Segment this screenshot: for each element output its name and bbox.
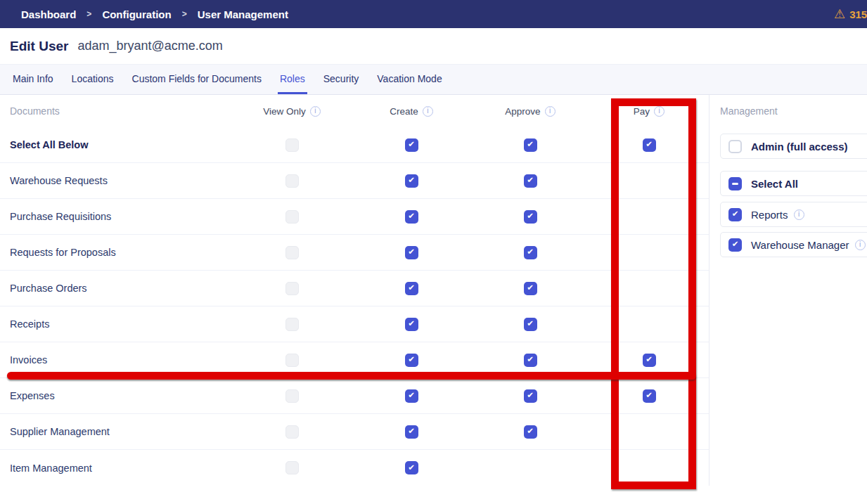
row-label: Item Management (0, 463, 232, 474)
check-icon: ✔ (408, 141, 415, 149)
management-item-reports[interactable]: ✔Reportsi (720, 202, 867, 227)
tab-roles[interactable]: Roles (278, 65, 307, 94)
info-icon[interactable]: i (423, 106, 433, 117)
management-checkbox-checked[interactable]: ✔ (728, 238, 742, 252)
check-icon: ✔ (527, 356, 534, 364)
check-icon: ✔ (408, 356, 415, 364)
breadcrumb-item-configuration[interactable]: Configuration (102, 8, 171, 20)
tab-custom-fields-for-documents[interactable]: Custom Fields for Documents (130, 65, 264, 94)
management-item-label: Reportsi (751, 209, 804, 221)
warning-triangle-icon: ⚠ (834, 8, 845, 20)
info-icon[interactable]: i (794, 209, 804, 220)
table-row-item-management: Item Management✔ (0, 450, 709, 486)
create-checkbox-checked[interactable]: ✔ (405, 174, 418, 188)
view-only-checkbox-unchecked[interactable] (285, 425, 299, 439)
check-icon: ✔ (527, 392, 534, 400)
column-header-label: Approve (505, 106, 540, 117)
permission-cell: ✔ (405, 138, 418, 152)
permission-cell: ✔ (524, 389, 537, 403)
approve-checkbox-checked[interactable]: ✔ (524, 138, 537, 152)
info-icon[interactable]: i (310, 106, 321, 117)
permission-cell: ✔ (405, 354, 418, 367)
permission-cell: ✔ (405, 389, 418, 403)
view-only-checkbox-unchecked[interactable] (285, 282, 299, 295)
table-row-purchase-requisitions: Purchase Requisitions✔✔ (0, 199, 709, 235)
view-only-checkbox-unchecked[interactable] (285, 389, 299, 403)
management-item-admin-full-access-[interactable]: Admin (full access) (720, 134, 867, 159)
create-checkbox-checked[interactable]: ✔ (405, 389, 418, 403)
create-checkbox-checked[interactable]: ✔ (405, 354, 418, 367)
permission-cell: ✔ (405, 174, 418, 188)
approve-checkbox-checked[interactable]: ✔ (524, 174, 537, 188)
management-item-warehouse-manager[interactable]: ✔Warehouse Manageri (720, 232, 867, 257)
tab-main-info[interactable]: Main Info (11, 65, 56, 94)
check-icon: ✔ (527, 427, 534, 436)
create-checkbox-checked[interactable]: ✔ (405, 246, 418, 259)
management-item-select-all[interactable]: Select All (720, 171, 867, 196)
check-icon: ✔ (408, 248, 415, 257)
row-label: Requests for Proposals (0, 247, 232, 258)
tab-security[interactable]: Security (321, 65, 361, 94)
breadcrumb-item-dashboard[interactable]: Dashboard (21, 8, 76, 20)
view-only-checkbox-unchecked[interactable] (285, 461, 299, 474)
management-item-label: Select All (751, 178, 798, 190)
management-checkbox-checked[interactable]: ✔ (728, 208, 742, 221)
create-checkbox-checked[interactable]: ✔ (405, 210, 418, 224)
permission-cell (285, 389, 299, 403)
permission-cell: ✔ (405, 318, 418, 331)
approve-checkbox-checked[interactable]: ✔ (524, 318, 537, 331)
create-checkbox-checked[interactable]: ✔ (405, 318, 418, 331)
warning-indicator[interactable]: ⚠ 315 (834, 0, 867, 28)
view-only-checkbox-unchecked[interactable] (285, 174, 299, 188)
permissions-table-body: Select All Below✔✔✔Warehouse Requests✔✔P… (0, 127, 709, 486)
check-icon: ✔ (408, 320, 415, 328)
approve-checkbox-checked[interactable]: ✔ (524, 282, 537, 295)
documents-column-header: Documents (0, 105, 232, 117)
permission-cell (285, 354, 299, 367)
check-icon: ✔ (527, 284, 534, 292)
management-checkbox-indeterminate[interactable] (728, 177, 742, 190)
breadcrumb-separator-icon: > (182, 9, 187, 19)
view-only-checkbox-unchecked[interactable] (285, 138, 299, 152)
management-item-text: Reports (751, 209, 788, 221)
permission-cell: ✔ (524, 210, 537, 224)
management-items: Admin (full access)Select All✔Reportsi✔W… (720, 134, 867, 257)
check-icon: ✔ (408, 176, 415, 185)
check-icon: ✔ (527, 320, 534, 328)
main-content: Documents View OnlyiCreateiApproveiPayi … (0, 95, 867, 504)
info-icon[interactable]: i (545, 106, 555, 117)
view-only-checkbox-unchecked[interactable] (285, 318, 299, 331)
page-title: Edit User (10, 39, 68, 54)
top-navigation-bar: Dashboard>Configuration>User Management … (0, 0, 867, 28)
create-checkbox-checked[interactable]: ✔ (405, 282, 418, 295)
view-only-checkbox-unchecked[interactable] (285, 354, 299, 367)
approve-checkbox-checked[interactable]: ✔ (524, 210, 537, 224)
permission-cell: ✔ (405, 425, 418, 439)
permission-cell (285, 282, 299, 295)
view-only-checkbox-unchecked[interactable] (285, 210, 299, 224)
management-checkbox-box-unchecked[interactable] (728, 140, 742, 153)
tab-locations[interactable]: Locations (70, 65, 116, 94)
approve-checkbox-checked[interactable]: ✔ (524, 354, 537, 367)
breadcrumb-item-user-management[interactable]: User Management (198, 8, 288, 20)
check-icon: ✔ (527, 141, 534, 149)
create-checkbox-checked[interactable]: ✔ (405, 461, 418, 474)
approve-checkbox-checked[interactable]: ✔ (524, 389, 537, 403)
row-label: Purchase Requisitions (0, 211, 232, 222)
permissions-table: Documents View OnlyiCreateiApproveiPayi … (0, 95, 709, 486)
create-checkbox-checked[interactable]: ✔ (405, 425, 418, 439)
tab-vacation-mode[interactable]: Vacation Mode (375, 65, 444, 94)
permission-cell (285, 425, 299, 439)
view-only-checkbox-unchecked[interactable] (285, 246, 299, 259)
info-icon[interactable]: i (855, 240, 866, 250)
create-checkbox-checked[interactable]: ✔ (405, 138, 418, 152)
permission-cell: ✔ (524, 246, 537, 259)
permission-cell (285, 461, 299, 474)
approve-checkbox-checked[interactable]: ✔ (524, 246, 537, 259)
table-row-select-all-below: Select All Below✔✔✔ (0, 127, 709, 163)
table-row-warehouse-requests: Warehouse Requests✔✔ (0, 163, 709, 199)
approve-checkbox-checked[interactable]: ✔ (524, 425, 537, 439)
permission-cell: ✔ (524, 282, 537, 295)
panel-divider (709, 95, 709, 486)
management-item-text: Warehouse Manager (751, 239, 849, 251)
